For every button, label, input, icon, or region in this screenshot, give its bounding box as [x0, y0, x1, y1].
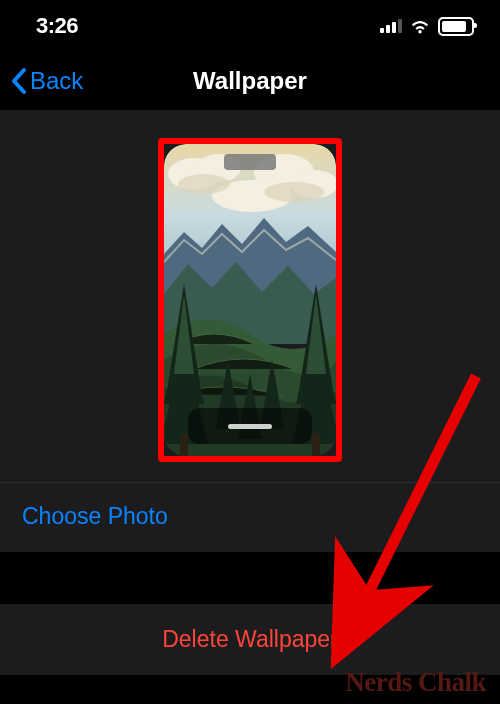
cellular-signal-icon [380, 19, 402, 33]
wallpaper-preview-container [0, 110, 500, 483]
wifi-icon [409, 18, 431, 34]
delete-wallpaper-button[interactable]: Delete Wallpaper [0, 604, 500, 675]
wallpaper-section: Choose Photo [0, 110, 500, 552]
choose-photo-button[interactable]: Choose Photo [0, 483, 500, 552]
svg-point-8 [264, 182, 324, 202]
svg-point-7 [178, 174, 230, 194]
back-button[interactable]: Back [0, 67, 83, 95]
chevron-left-icon [10, 67, 28, 95]
svg-rect-12 [180, 434, 188, 456]
navigation-bar: Back Wallpaper [0, 52, 500, 110]
back-label: Back [30, 67, 83, 95]
svg-rect-22 [224, 154, 276, 170]
status-bar: 3:26 [0, 0, 500, 52]
status-indicators [380, 17, 474, 36]
battery-icon [438, 17, 474, 36]
section-spacer [0, 552, 500, 604]
annotation-highlight-box [158, 138, 342, 462]
status-time: 3:26 [36, 13, 78, 39]
svg-rect-24 [228, 424, 272, 429]
wallpaper-preview[interactable] [164, 144, 336, 456]
svg-rect-16 [312, 434, 320, 456]
